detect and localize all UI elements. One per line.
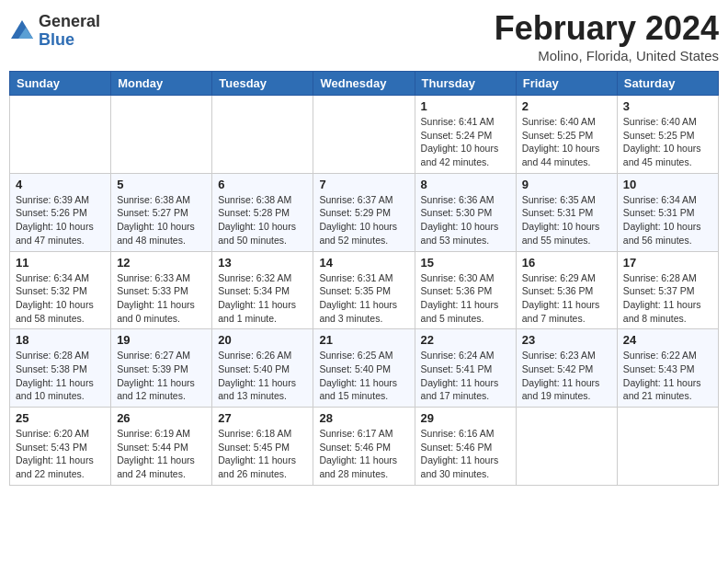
calendar-cell: 9Sunrise: 6:35 AM Sunset: 5:31 PM Daylig… — [516, 173, 617, 251]
day-info: Sunrise: 6:23 AM Sunset: 5:42 PM Dayligh… — [522, 349, 611, 403]
day-number: 15 — [421, 256, 510, 270]
day-number: 18 — [16, 333, 105, 347]
logo-text: General Blue — [39, 13, 100, 50]
calendar-cell: 21Sunrise: 6:25 AM Sunset: 5:40 PM Dayli… — [313, 329, 415, 408]
day-number: 24 — [623, 333, 712, 347]
day-number: 26 — [117, 411, 206, 425]
logo-general-text: General — [39, 12, 100, 30]
calendar-cell — [617, 408, 718, 486]
day-info: Sunrise: 6:25 AM Sunset: 5:40 PM Dayligh… — [319, 349, 408, 403]
calendar-cell: 19Sunrise: 6:27 AM Sunset: 5:39 PM Dayli… — [111, 329, 212, 408]
calendar-cell: 10Sunrise: 6:34 AM Sunset: 5:31 PM Dayli… — [617, 173, 718, 251]
day-info: Sunrise: 6:27 AM Sunset: 5:39 PM Dayligh… — [117, 349, 206, 403]
calendar-cell: 6Sunrise: 6:38 AM Sunset: 5:28 PM Daylig… — [212, 173, 313, 251]
day-number: 20 — [218, 333, 307, 347]
calendar-cell: 2Sunrise: 6:40 AM Sunset: 5:25 PM Daylig… — [516, 96, 617, 174]
day-number: 14 — [319, 256, 408, 270]
calendar-week-row: 18Sunrise: 6:28 AM Sunset: 5:38 PM Dayli… — [10, 329, 719, 408]
day-info: Sunrise: 6:34 AM Sunset: 5:31 PM Dayligh… — [623, 193, 712, 247]
day-info: Sunrise: 6:33 AM Sunset: 5:33 PM Dayligh… — [117, 271, 206, 326]
calendar-cell — [111, 96, 212, 174]
calendar-header-monday: Monday — [111, 72, 212, 96]
day-info: Sunrise: 6:38 AM Sunset: 5:28 PM Dayligh… — [218, 193, 307, 247]
calendar-cell — [516, 408, 617, 486]
calendar-header-friday: Friday — [516, 72, 617, 96]
calendar-cell: 5Sunrise: 6:38 AM Sunset: 5:27 PM Daylig… — [111, 173, 212, 251]
day-info: Sunrise: 6:38 AM Sunset: 5:27 PM Dayligh… — [117, 193, 206, 247]
calendar-cell: 14Sunrise: 6:31 AM Sunset: 5:35 PM Dayli… — [313, 251, 415, 329]
logo-icon — [9, 18, 35, 44]
subtitle: Molino, Florida, United States — [495, 48, 719, 63]
day-info: Sunrise: 6:40 AM Sunset: 5:25 PM Dayligh… — [623, 115, 712, 169]
calendar-cell: 11Sunrise: 6:34 AM Sunset: 5:32 PM Dayli… — [10, 251, 111, 329]
day-info: Sunrise: 6:22 AM Sunset: 5:43 PM Dayligh… — [623, 349, 712, 403]
calendar-cell: 20Sunrise: 6:26 AM Sunset: 5:40 PM Dayli… — [212, 329, 313, 408]
calendar-cell: 23Sunrise: 6:23 AM Sunset: 5:42 PM Dayli… — [516, 329, 617, 408]
day-number: 12 — [117, 256, 206, 270]
day-number: 29 — [421, 411, 510, 425]
day-info: Sunrise: 6:31 AM Sunset: 5:35 PM Dayligh… — [319, 271, 408, 326]
day-info: Sunrise: 6:41 AM Sunset: 5:24 PM Dayligh… — [421, 115, 510, 169]
day-number: 3 — [623, 99, 712, 113]
day-number: 17 — [623, 256, 712, 270]
day-number: 9 — [522, 178, 611, 191]
day-info: Sunrise: 6:29 AM Sunset: 5:36 PM Dayligh… — [522, 271, 611, 326]
calendar-cell: 4Sunrise: 6:39 AM Sunset: 5:26 PM Daylig… — [10, 173, 111, 251]
calendar-table: SundayMondayTuesdayWednesdayThursdayFrid… — [9, 71, 719, 486]
day-info: Sunrise: 6:16 AM Sunset: 5:46 PM Dayligh… — [421, 427, 510, 481]
day-number: 13 — [218, 256, 307, 270]
calendar-cell: 3Sunrise: 6:40 AM Sunset: 5:25 PM Daylig… — [617, 96, 718, 174]
day-info: Sunrise: 6:39 AM Sunset: 5:26 PM Dayligh… — [16, 193, 105, 247]
day-number: 23 — [522, 333, 611, 347]
calendar-cell — [313, 96, 415, 174]
calendar-cell: 8Sunrise: 6:36 AM Sunset: 5:30 PM Daylig… — [415, 173, 516, 251]
calendar-header-sunday: Sunday — [10, 72, 111, 96]
day-number: 5 — [117, 178, 206, 191]
day-number: 21 — [319, 333, 408, 347]
day-info: Sunrise: 6:17 AM Sunset: 5:46 PM Dayligh… — [319, 427, 408, 481]
calendar-header-wednesday: Wednesday — [313, 72, 415, 96]
day-number: 19 — [117, 333, 206, 347]
day-info: Sunrise: 6:30 AM Sunset: 5:36 PM Dayligh… — [421, 271, 510, 326]
calendar-cell: 13Sunrise: 6:32 AM Sunset: 5:34 PM Dayli… — [212, 251, 313, 329]
day-number: 2 — [522, 99, 611, 113]
day-info: Sunrise: 6:37 AM Sunset: 5:29 PM Dayligh… — [319, 193, 408, 247]
calendar-header-saturday: Saturday — [617, 72, 718, 96]
calendar-week-row: 11Sunrise: 6:34 AM Sunset: 5:32 PM Dayli… — [10, 251, 719, 329]
calendar-cell: 27Sunrise: 6:18 AM Sunset: 5:45 PM Dayli… — [212, 408, 313, 486]
day-info: Sunrise: 6:26 AM Sunset: 5:40 PM Dayligh… — [218, 349, 307, 403]
calendar-cell: 18Sunrise: 6:28 AM Sunset: 5:38 PM Dayli… — [10, 329, 111, 408]
day-info: Sunrise: 6:28 AM Sunset: 5:37 PM Dayligh… — [623, 271, 712, 326]
day-number: 10 — [623, 178, 712, 191]
calendar-header-row: SundayMondayTuesdayWednesdayThursdayFrid… — [10, 72, 719, 96]
day-info: Sunrise: 6:32 AM Sunset: 5:34 PM Dayligh… — [218, 271, 307, 326]
day-number: 22 — [421, 333, 510, 347]
day-number: 28 — [319, 411, 408, 425]
day-number: 7 — [319, 178, 408, 191]
day-number: 27 — [218, 411, 307, 425]
page-header: General Blue February 2024 Molino, Flori… — [9, 9, 719, 63]
day-number: 8 — [421, 178, 510, 191]
logo-blue-text: Blue — [39, 30, 74, 49]
day-info: Sunrise: 6:19 AM Sunset: 5:44 PM Dayligh… — [117, 427, 206, 481]
calendar-cell — [212, 96, 313, 174]
day-info: Sunrise: 6:28 AM Sunset: 5:38 PM Dayligh… — [16, 349, 105, 403]
day-number: 6 — [218, 178, 307, 191]
calendar-cell: 1Sunrise: 6:41 AM Sunset: 5:24 PM Daylig… — [415, 96, 516, 174]
day-number: 25 — [16, 411, 105, 425]
calendar-cell: 12Sunrise: 6:33 AM Sunset: 5:33 PM Dayli… — [111, 251, 212, 329]
day-info: Sunrise: 6:35 AM Sunset: 5:31 PM Dayligh… — [522, 193, 611, 247]
calendar-cell: 25Sunrise: 6:20 AM Sunset: 5:43 PM Dayli… — [10, 408, 111, 486]
calendar-week-row: 4Sunrise: 6:39 AM Sunset: 5:26 PM Daylig… — [10, 173, 719, 251]
day-number: 1 — [421, 99, 510, 113]
day-info: Sunrise: 6:40 AM Sunset: 5:25 PM Dayligh… — [522, 115, 611, 169]
calendar-cell — [10, 96, 111, 174]
day-number: 16 — [522, 256, 611, 270]
day-info: Sunrise: 6:34 AM Sunset: 5:32 PM Dayligh… — [16, 271, 105, 326]
calendar-week-row: 1Sunrise: 6:41 AM Sunset: 5:24 PM Daylig… — [10, 96, 719, 174]
calendar-cell: 7Sunrise: 6:37 AM Sunset: 5:29 PM Daylig… — [313, 173, 415, 251]
calendar-cell: 29Sunrise: 6:16 AM Sunset: 5:46 PM Dayli… — [415, 408, 516, 486]
main-title: February 2024 — [495, 9, 719, 48]
logo: General Blue — [9, 13, 100, 50]
title-block: February 2024 Molino, Florida, United St… — [495, 9, 719, 63]
